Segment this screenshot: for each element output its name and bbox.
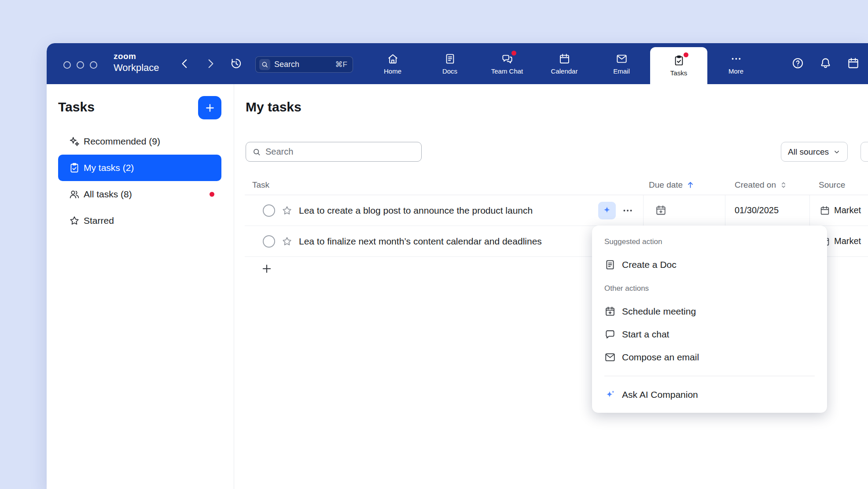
- star-task-button[interactable]: [281, 205, 293, 216]
- nav-calendar[interactable]: Calendar: [536, 43, 593, 84]
- row-more-button[interactable]: [621, 205, 634, 216]
- all-tasks-notification-dot: [210, 192, 214, 197]
- column-header-due-date[interactable]: Due date: [644, 180, 725, 190]
- task-cell: Lea to finalize next month’s content cal…: [245, 226, 644, 256]
- menu-section-label: Suggested action: [604, 236, 815, 248]
- sidebar-item-recommended[interactable]: Recommended (9): [58, 128, 221, 155]
- sidebar-item-label: Starred: [84, 215, 114, 226]
- ai-sparkle-icon: [602, 205, 612, 216]
- menu-item-create-doc[interactable]: Create a Doc: [604, 253, 815, 276]
- edge-button-partial[interactable]: [861, 142, 868, 162]
- source-value: Market: [834, 236, 861, 246]
- nav-tasks[interactable]: Tasks: [650, 47, 707, 84]
- table-row: Lea to create a blog post to announce th…: [245, 195, 868, 226]
- brand: zoom Workplace: [114, 52, 159, 73]
- tasks-notification-dot: [684, 52, 688, 57]
- complete-task-checkbox[interactable]: [263, 204, 275, 217]
- window-control-dot[interactable]: [77, 61, 84, 69]
- sidebar-item-starred[interactable]: Starred: [58, 207, 221, 234]
- column-header-task[interactable]: Task: [245, 180, 644, 190]
- nav-home[interactable]: Home: [364, 43, 421, 84]
- people-icon: [69, 189, 80, 200]
- sidebar-item-label: All tasks (8): [84, 189, 132, 200]
- product-name: Workplace: [114, 63, 159, 73]
- tasks-icon: [673, 55, 685, 67]
- docs-icon: [444, 53, 456, 65]
- menu-section-label: Other actions: [604, 282, 815, 295]
- search-shortcut: ⌘F: [335, 60, 347, 69]
- ai-companion-button[interactable]: [598, 202, 616, 219]
- sidebar-item-my-tasks[interactable]: My tasks (2): [58, 155, 221, 181]
- chat-bubble-icon: [604, 329, 616, 340]
- plus-icon: [204, 102, 216, 114]
- add-task-button[interactable]: [261, 263, 273, 275]
- menu-divider: [604, 376, 815, 376]
- menu-item-schedule-meeting[interactable]: Schedule meeting: [604, 300, 815, 323]
- due-date-cell: [644, 195, 725, 226]
- sidebar-item-all-tasks[interactable]: All tasks (8): [58, 181, 221, 207]
- table-header-row: Task Due date Created on Source: [245, 175, 868, 195]
- sidebar-item-label: Recommended (9): [84, 136, 160, 147]
- global-search[interactable]: Search ⌘F: [255, 56, 353, 73]
- calendar-plus-icon: [655, 204, 667, 216]
- nav-team-chat[interactable]: Team Chat: [478, 43, 536, 84]
- chevron-down-icon: [833, 148, 841, 156]
- plus-icon: [261, 263, 273, 275]
- window-control-dot[interactable]: [63, 61, 71, 69]
- nav-more[interactable]: More: [707, 43, 765, 84]
- sort-ascending-icon[interactable]: [686, 180, 695, 189]
- help-icon: [791, 57, 804, 70]
- window-controls: [63, 61, 97, 69]
- calendar-plus-icon: [604, 306, 616, 317]
- bell-icon: [819, 57, 832, 70]
- team-chat-icon: [501, 53, 513, 65]
- notifications-button[interactable]: [819, 57, 832, 70]
- source-filter-dropdown[interactable]: All sources: [781, 142, 848, 162]
- task-title[interactable]: Lea to create a blog post to announce th…: [299, 205, 592, 216]
- add-due-date-button[interactable]: [655, 204, 667, 216]
- star-icon: [281, 205, 293, 216]
- app-window: zoom Workplace Search ⌘F: [47, 43, 868, 489]
- chevron-right-icon: [205, 58, 216, 69]
- row-actions: [598, 202, 634, 219]
- task-list-check-icon: [69, 162, 80, 174]
- forward-button[interactable]: [205, 58, 216, 69]
- calendar-icon: [559, 53, 570, 65]
- nav-docs[interactable]: Docs: [421, 43, 478, 84]
- new-task-button[interactable]: [198, 96, 221, 119]
- more-icon: [730, 53, 742, 65]
- search-icon: [252, 148, 261, 156]
- task-search-input[interactable]: [265, 147, 415, 157]
- created-on-cell: 01/30/2025: [725, 195, 810, 226]
- email-icon: [616, 53, 628, 65]
- page-title: My tasks: [246, 100, 302, 115]
- history-button[interactable]: [230, 57, 243, 70]
- nav-email[interactable]: Email: [593, 43, 650, 84]
- primary-nav: Home Docs Team Chat Calendar: [364, 43, 765, 84]
- chevron-left-icon: [179, 58, 191, 69]
- column-header-created-on[interactable]: Created on: [725, 180, 810, 190]
- menu-item-compose-email[interactable]: Compose an email: [604, 346, 815, 369]
- menu-item-start-chat[interactable]: Start a chat: [604, 323, 815, 346]
- desktop: { "colors": { "header_bg": "#1B3A8F", "a…: [0, 0, 868, 489]
- column-header-source[interactable]: Source: [810, 180, 868, 190]
- menu-item-ask-ai-companion[interactable]: Ask AI Companion: [604, 383, 815, 406]
- star-icon: [69, 215, 80, 226]
- help-button[interactable]: [791, 57, 804, 70]
- schedule-button[interactable]: [847, 57, 860, 70]
- source-calendar-icon: [820, 205, 830, 216]
- complete-task-checkbox[interactable]: [263, 235, 275, 248]
- created-on-value: 01/30/2025: [735, 205, 779, 215]
- ai-companion-icon: [604, 389, 616, 400]
- global-search-placeholder: Search: [274, 60, 331, 69]
- doc-icon: [604, 259, 616, 270]
- window-control-dot[interactable]: [90, 61, 97, 69]
- sidebar-list: Recommended (9) My tasks (2) All tasks (…: [58, 128, 221, 234]
- history-icon: [230, 57, 243, 70]
- star-icon: [281, 236, 293, 247]
- sort-toggle-icon[interactable]: [779, 181, 788, 189]
- task-title[interactable]: Lea to finalize next month’s content cal…: [299, 236, 643, 247]
- star-task-button[interactable]: [281, 236, 293, 247]
- back-button[interactable]: [179, 58, 191, 69]
- calendar-icon: [847, 57, 860, 70]
